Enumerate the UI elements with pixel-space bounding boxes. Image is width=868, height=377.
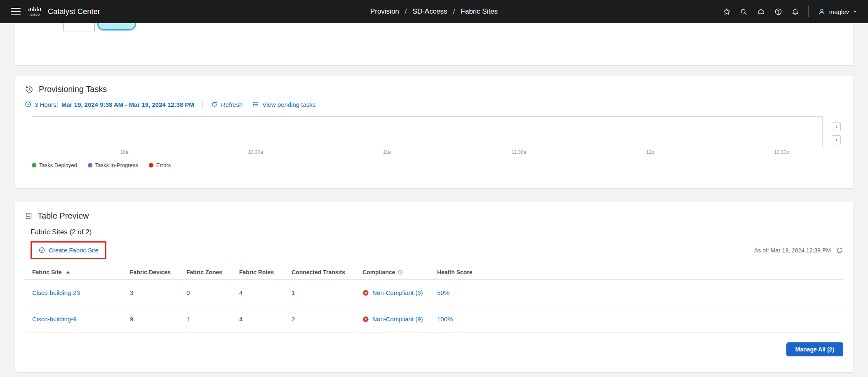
column-label: Connected Transits — [292, 269, 345, 276]
annotation-highlight-box: Create Fabric Site — [31, 241, 106, 259]
health-score-link[interactable]: 50% — [437, 289, 843, 296]
legend-label: Tasks Deployed — [39, 162, 77, 168]
app-title: Catalyst Center — [48, 7, 100, 16]
column-label: Compliance — [362, 269, 395, 276]
create-fabric-site-button[interactable]: Create Fabric Site — [38, 247, 99, 254]
as-of-timestamp: As of: Mar 19, 2024 12:39 PM — [754, 247, 831, 254]
controls-divider — [202, 101, 203, 108]
timeline-plot-area — [32, 116, 823, 147]
column-label: Fabric Devices — [130, 269, 171, 276]
menu-hamburger-icon[interactable] — [11, 8, 21, 15]
timeline-prev-button[interactable] — [832, 122, 841, 131]
table-header-row: Fabric Site Fabric Devices Fabric Zones … — [25, 265, 843, 280]
username: maglev — [829, 8, 849, 15]
view-pending-tasks-button[interactable]: View pending tasks — [252, 101, 315, 108]
provisioning-tasks-title: Provisioning Tasks — [39, 85, 107, 94]
fabric-devices-value: 9 — [130, 316, 186, 323]
timeline-next-button[interactable] — [832, 135, 841, 144]
fabric-devices-value: 3 — [130, 289, 186, 296]
purple-dot-icon — [88, 163, 92, 167]
provisioning-timeline-chart: 10a 10:30a 11a 11:30a 12p 12:30p — [32, 116, 823, 156]
fabric-roles-value: 4 — [239, 316, 292, 323]
time-range-value: Mar 19, 2024 9:38 AM - Mar 19, 2024 12:3… — [61, 101, 194, 108]
fabric-site-link[interactable]: Cisco-building-9 — [32, 316, 130, 323]
app-header: cisco Catalyst Center Provision / SD-Acc… — [0, 0, 868, 23]
time-range-label: 3 Hours: — [35, 101, 58, 108]
table-row: Cisco-building-9 9 1 4 2 Non-Compliant (… — [25, 306, 843, 332]
cisco-logo: cisco — [28, 7, 42, 16]
main-content: Provisioning Tasks 3 Hours: Mar 19, 2024… — [0, 23, 868, 372]
manage-all-button[interactable]: Manage All (2) — [786, 342, 843, 356]
table-row: Cisco-building-23 3 0 4 1 Non-Compliant … — [25, 280, 843, 306]
red-dot-icon — [149, 163, 153, 167]
chevron-right-icon — [834, 138, 839, 142]
cisco-logo-text: cisco — [28, 12, 42, 16]
column-header-health-score[interactable]: Health Score — [437, 269, 843, 276]
table-refresh-button[interactable] — [836, 247, 843, 254]
circle-plus-icon — [38, 247, 45, 254]
time-range-picker[interactable]: 3 Hours: Mar 19, 2024 9:38 AM - Mar 19, … — [25, 101, 194, 108]
fabric-zones-link[interactable]: 1 — [186, 316, 239, 323]
header-divider — [808, 6, 809, 17]
compliance-link[interactable]: Non-Compliant (3) — [372, 289, 423, 296]
column-label: Health Score — [437, 269, 473, 276]
legend-tasks-in-progress: Tasks In-Progress — [88, 162, 138, 168]
connected-transits-link[interactable]: 2 — [292, 316, 362, 323]
column-header-connected-transits[interactable]: Connected Transits — [292, 269, 362, 276]
table-preview-title: Table Preview — [38, 211, 89, 221]
compliance-link[interactable]: Non-Compliant (9) — [372, 316, 423, 323]
provisioning-tasks-card: Provisioning Tasks 3 Hours: Mar 19, 2024… — [15, 76, 853, 188]
axis-tick: 11:30a — [512, 149, 527, 155]
topology-teal-shape — [97, 23, 136, 31]
sort-ascending-icon — [66, 271, 70, 273]
compliance-cell: Non-Compliant (9) — [362, 316, 437, 323]
axis-tick: 10a — [120, 149, 128, 155]
axis-tick: 12:30p — [774, 149, 789, 155]
column-header-fabric-devices[interactable]: Fabric Devices — [130, 269, 186, 276]
health-score-link[interactable]: 100% — [437, 316, 843, 323]
topology-card-partial — [15, 23, 853, 65]
connected-transits-link[interactable]: 1 — [292, 289, 362, 296]
column-header-compliance[interactable]: Compliance — [362, 269, 437, 276]
timeline-legend: Tasks Deployed Tasks In-Progress Errors — [32, 162, 843, 168]
axis-tick: 11a — [383, 149, 391, 155]
legend-errors: Errors — [149, 162, 171, 168]
help-icon[interactable] — [774, 8, 782, 16]
refresh-button[interactable]: Refresh — [211, 101, 243, 108]
fabric-site-link[interactable]: Cisco-building-23 — [32, 289, 130, 296]
breadcrumb-fabric-sites[interactable]: Fabric Sites — [461, 7, 498, 16]
create-fabric-site-label: Create Fabric Site — [49, 247, 99, 254]
notifications-bell-icon[interactable] — [791, 8, 799, 16]
column-header-fabric-site[interactable]: Fabric Site — [32, 269, 130, 276]
user-menu[interactable]: maglev — [818, 7, 857, 16]
table-preview-card: Table Preview Fabric Sites (2 of 2) Crea… — [15, 202, 853, 372]
user-avatar-icon — [818, 7, 826, 16]
non-compliant-icon — [362, 290, 369, 296]
fabric-sites-count: Fabric Sites (2 of 2) — [31, 228, 843, 236]
cloud-icon[interactable] — [757, 8, 765, 16]
column-header-fabric-roles[interactable]: Fabric Roles — [239, 269, 292, 276]
view-pending-tasks-label: View pending tasks — [262, 101, 315, 108]
fabric-zones-value: 0 — [186, 289, 239, 296]
column-header-fabric-zones[interactable]: Fabric Zones — [186, 269, 239, 276]
fabric-sites-table: Fabric Site Fabric Devices Fabric Zones … — [25, 265, 843, 332]
breadcrumb-provision[interactable]: Provision — [370, 7, 399, 16]
history-clock-icon — [25, 85, 34, 94]
column-label: Fabric Zones — [186, 269, 222, 276]
info-icon — [398, 269, 403, 275]
breadcrumb-separator: / — [453, 7, 455, 16]
axis-tick: 12p — [646, 149, 654, 155]
table-document-icon — [25, 212, 33, 220]
green-dot-icon — [32, 163, 36, 167]
search-icon[interactable] — [740, 8, 748, 16]
column-label: Fabric Roles — [239, 269, 274, 276]
favorites-star-icon[interactable] — [723, 8, 731, 16]
task-list-icon — [252, 101, 259, 108]
fabric-roles-value: 4 — [239, 289, 292, 296]
breadcrumb-sd-access[interactable]: SD-Access — [413, 7, 447, 16]
topology-node-box — [64, 23, 95, 31]
chevron-down-icon — [852, 9, 857, 14]
legend-tasks-deployed: Tasks Deployed — [32, 162, 77, 168]
column-label: Fabric Site — [32, 269, 62, 276]
timeline-axis: 10a 10:30a 11a 11:30a 12p 12:30p — [32, 147, 823, 156]
